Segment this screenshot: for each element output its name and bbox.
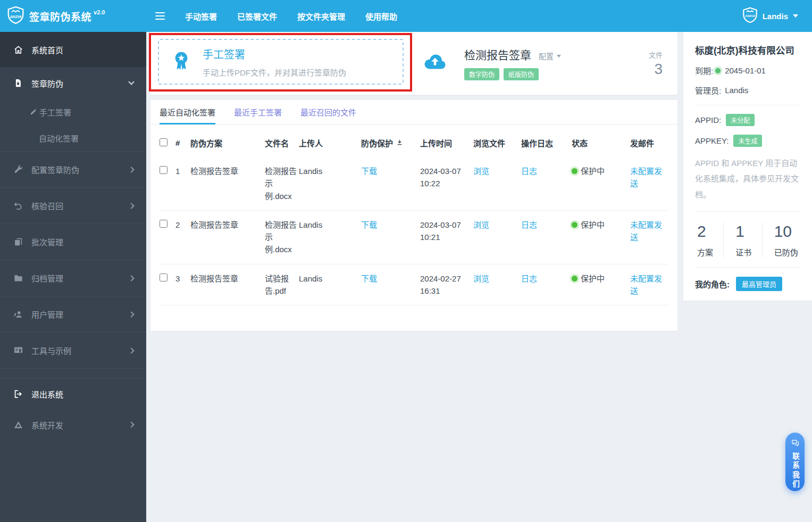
sidebar-item-label: 批次管理 <box>31 236 63 247</box>
badge-digital-antifake: 数字防伪 <box>464 68 499 80</box>
status-dot-icon <box>572 222 577 228</box>
divider <box>695 211 800 212</box>
log-link[interactable]: 日志 <box>521 167 537 176</box>
role-label: 我的角色: <box>695 278 730 289</box>
sidebar-subitem-label: 手工签署 <box>39 106 71 118</box>
stat-certificates: 1 证书 <box>723 222 761 258</box>
wrench-icon <box>13 164 23 175</box>
tab-recent-manual-sign[interactable]: 最近手工签署 <box>234 100 282 124</box>
anzhi-shield-user-icon: ANZHI <box>742 7 758 26</box>
col-status: 状态 <box>572 125 630 157</box>
sidebar-item-seal-antifake[interactable]: 签章防伪 <box>0 67 146 99</box>
chevron-right-icon <box>128 203 134 209</box>
view-link[interactable]: 浏览 <box>473 220 489 229</box>
user-name: Landis <box>763 12 788 21</box>
scheme-config-dropdown[interactable]: 配置 <box>539 51 561 61</box>
sidebar-item-system-dev[interactable]: 系统开发 <box>0 409 146 440</box>
scheme-title: 检测报告签章 <box>464 46 531 62</box>
col-scheme: 防伪方案 <box>190 125 265 157</box>
config-label: 配置 <box>539 51 554 61</box>
sidebar-item-tools-examples[interactable]: 工具与示例 <box>0 333 146 369</box>
col-protect: 防伪保护 <box>361 137 393 148</box>
mail-config-link[interactable]: 未配置发送 <box>630 167 662 188</box>
download-link[interactable]: 下载 <box>361 274 377 283</box>
files-label: 文件 <box>649 49 663 60</box>
role-badge: 最高管理员 <box>736 277 782 291</box>
mail-config-link[interactable]: 未配置发送 <box>630 220 662 242</box>
stat-label: 方案 <box>697 246 723 258</box>
nav-manual-sign[interactable]: 手动签署 <box>185 11 217 22</box>
sidebar-item-label: 系统首页 <box>31 44 63 55</box>
recent-tabs: 最近自动化签署 最近手工签署 最近召回的文件 <box>150 100 677 125</box>
sidebar-item-archive-manage[interactable]: 归档管理 <box>0 260 146 296</box>
view-link[interactable]: 浏览 <box>473 167 489 176</box>
download-sort-icon[interactable] <box>396 138 403 147</box>
expire-date: 2045-01-01 <box>725 66 766 75</box>
logout-icon <box>13 389 23 400</box>
pen-icon <box>29 108 38 117</box>
drive-triangle-icon <box>13 419 23 430</box>
certificate-icon <box>13 345 23 356</box>
row-checkbox[interactable] <box>160 220 168 228</box>
sidebar-subitem-label: 自动化签署 <box>39 132 79 144</box>
cell-scheme: 检测报告签章 <box>190 210 265 264</box>
chevron-right-icon <box>128 311 134 317</box>
sidebar-item-label: 配置签章防伪 <box>31 164 79 175</box>
status-text: 保护中 <box>581 272 605 285</box>
company-name: 标度(北京)科技有限公司 <box>695 43 800 56</box>
cell-upload-time: 2024-03-07 10:22 <box>420 157 473 210</box>
table-row: 2 检测报告签章 检测报告示例.docx Landis 下载 2024-03-0… <box>160 210 668 264</box>
mail-config-link[interactable]: 未配置发送 <box>630 274 662 295</box>
divider <box>695 105 800 105</box>
nav-signed-files[interactable]: 已签署文件 <box>237 11 277 22</box>
log-link[interactable]: 日志 <box>521 220 537 229</box>
sidebar-item-config-seal[interactable]: 配置签章防伪 <box>0 152 146 188</box>
select-all-checkbox[interactable] <box>160 138 168 146</box>
account-stats: 2 方案 1 证书 10 已防伪 <box>695 222 800 258</box>
folder-icon <box>13 273 23 284</box>
nav-folder-manage[interactable]: 按文件夹管理 <box>297 11 345 22</box>
tab-recent-recalled[interactable]: 最近召回的文件 <box>300 100 356 124</box>
cell-uploader: Landis <box>299 210 361 264</box>
status-text: 保护中 <box>581 165 605 177</box>
sidebar-item-logout[interactable]: 退出系统 <box>0 378 146 409</box>
col-view-file: 浏览文件 <box>473 125 521 157</box>
sidebar-item-home[interactable]: 系统首页 <box>0 32 146 67</box>
stat-label: 已防伪 <box>774 246 800 258</box>
sidebar-item-user-manage[interactable]: 用户管理 <box>0 296 146 333</box>
download-link[interactable]: 下载 <box>361 220 377 229</box>
sidebar-item-batch-manage[interactable]: 批次管理 <box>0 224 146 260</box>
chat-icon <box>791 438 800 450</box>
manual-sign-card[interactable]: 手工签署 手动上传PDF文件，并对其进行签章防伪 <box>158 39 404 85</box>
stat-schemes: 2 方案 <box>695 222 723 258</box>
nav-help[interactable]: 使用帮助 <box>365 11 397 22</box>
files-count: 3 <box>649 61 663 78</box>
sidebar-item-label: 签章防伪 <box>31 78 63 89</box>
sidebar-subitem-manual-sign[interactable]: 手工签署 <box>0 99 146 125</box>
api-note: APPID 和 APPKEY 用于自动化系统集成，具体参见开发文档。 <box>695 155 800 202</box>
col-op-log: 操作日志 <box>521 125 572 157</box>
app-title: 签章防伪系统 <box>29 9 91 23</box>
app-brand: ANZHI 签章防伪系统 v2.0 <box>0 6 146 27</box>
menu-icon[interactable] <box>155 10 169 22</box>
row-checkbox[interactable] <box>160 166 168 174</box>
cell-filename: 试验报告.pdf <box>265 264 299 305</box>
cloud-upload-icon[interactable] <box>423 50 447 77</box>
sidebar-subitem-auto-sign[interactable]: 自动化签署 <box>0 125 146 151</box>
chevron-down-icon <box>128 79 134 85</box>
user-menu[interactable]: ANZHI Landis <box>742 7 812 26</box>
appid-badge: 未分配 <box>726 114 755 126</box>
topbar: ANZHI 签章防伪系统 v2.0 手动签署 已签署文件 按文件夹管理 使用帮助… <box>0 0 812 32</box>
contact-us-button[interactable]: 联系我们 <box>785 433 805 491</box>
row-checkbox[interactable] <box>160 274 168 281</box>
recent-files-card: 最近自动化签署 最近手工签署 最近召回的文件 # 防伪方案 文件名 上传人 防伪… <box>150 100 677 331</box>
sidebar-item-label: 系统开发 <box>31 419 63 430</box>
tab-recent-auto-sign[interactable]: 最近自动化签署 <box>160 100 215 124</box>
download-link[interactable]: 下载 <box>361 167 377 176</box>
view-link[interactable]: 浏览 <box>473 274 489 283</box>
chevron-right-icon <box>128 167 134 172</box>
log-link[interactable]: 日志 <box>521 274 537 283</box>
table-row: 3 检测报告签章 试验报告.pdf Landis 下载 2024-02-27 1… <box>160 264 668 305</box>
sidebar-item-verify-recall[interactable]: 核验召回 <box>0 188 146 224</box>
account-panel: 标度(北京)科技有限公司 到期: 2045-01-01 管理员: Landis … <box>683 32 812 301</box>
